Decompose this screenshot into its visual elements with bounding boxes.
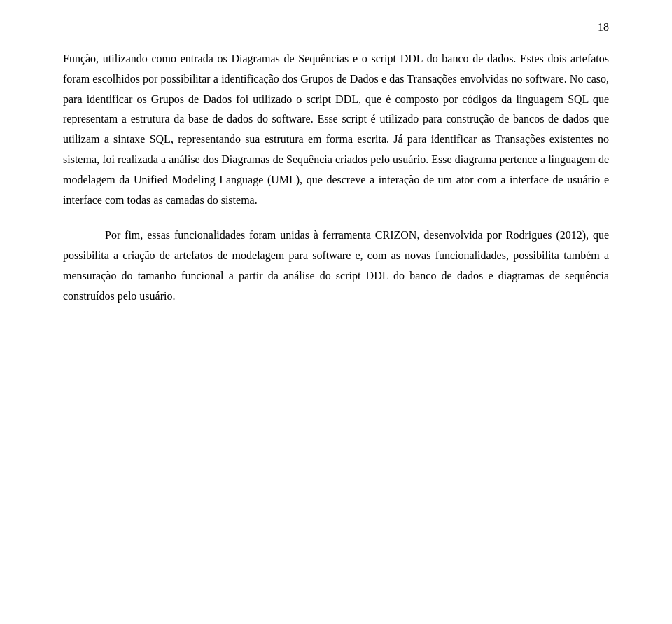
paragraph-2: Por fim, essas funcionalidades foram uni… bbox=[63, 226, 609, 306]
page-content: Função, utilizando como entrada os Diagr… bbox=[63, 49, 609, 307]
paragraph-1: Função, utilizando como entrada os Diagr… bbox=[63, 49, 609, 210]
page: 18 Função, utilizando como entrada os Di… bbox=[0, 0, 672, 624]
page-number: 18 bbox=[598, 21, 609, 34]
